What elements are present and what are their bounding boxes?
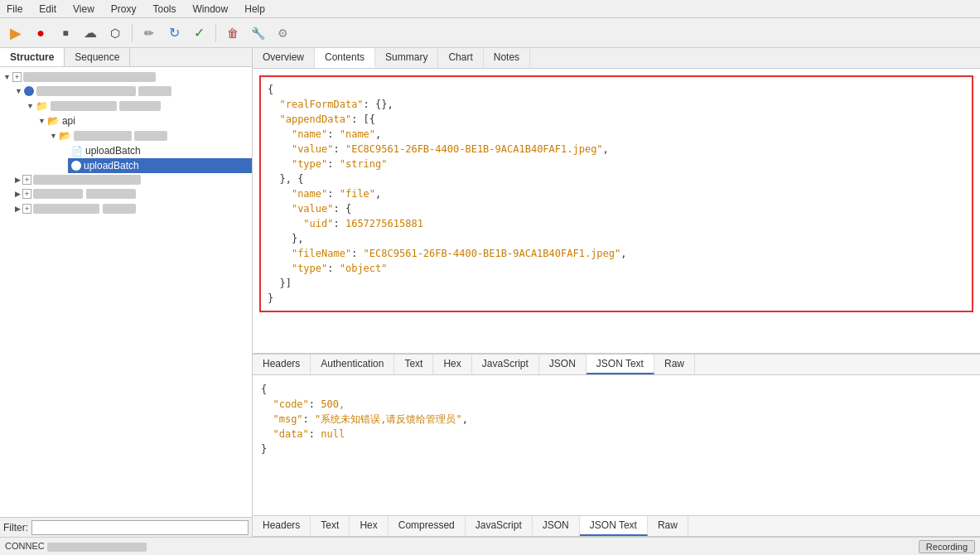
json-line: }, { bbox=[268, 171, 965, 186]
tree-label-blurred bbox=[33, 204, 99, 214]
tab-notes[interactable]: Notes bbox=[484, 48, 530, 68]
menubar: File Edit View Proxy Tools Window Help bbox=[0, 0, 980, 18]
tab-sequence[interactable]: Sequence bbox=[65, 48, 130, 66]
status-blurred bbox=[47, 543, 147, 552]
tree-area: ▼ + ▼ ▼ 📁 bbox=[0, 67, 252, 517]
tab-javascript-req[interactable]: JavaScript bbox=[472, 355, 539, 374]
tab-contents[interactable]: Contents bbox=[315, 48, 375, 68]
circle-icon bbox=[71, 161, 81, 171]
menu-view[interactable]: View bbox=[70, 2, 98, 17]
tab-jsontext-res[interactable]: JSON Text bbox=[580, 516, 648, 536]
main-layout: Structure Sequence ▼ + ▼ bbox=[0, 48, 980, 537]
tree-label-blurred bbox=[36, 86, 136, 96]
json-line: "value": "EC8C9561-26FB-4400-BE1B-9ACA1B… bbox=[268, 142, 965, 157]
trash-button[interactable]: 🗑 bbox=[222, 22, 244, 44]
filter-input[interactable] bbox=[31, 520, 249, 535]
json-line: "appendData": [{ bbox=[268, 112, 965, 127]
expand-icon: ▶ bbox=[15, 176, 21, 184]
tab-text-req[interactable]: Text bbox=[394, 355, 433, 374]
tab-chart[interactable]: Chart bbox=[438, 48, 483, 68]
hex-button[interactable]: ⬡ bbox=[104, 22, 126, 44]
tab-javascript-res[interactable]: JavaScript bbox=[466, 516, 533, 536]
stop-button[interactable]: ■ bbox=[55, 22, 76, 44]
wrench-button[interactable]: 🔧 bbox=[247, 22, 268, 44]
plus-icon: + bbox=[12, 72, 22, 82]
tab-summary[interactable]: Summary bbox=[375, 48, 438, 68]
tree-label-blurred2 bbox=[119, 101, 161, 111]
menu-proxy[interactable]: Proxy bbox=[108, 2, 140, 17]
recording-badge: Recording bbox=[919, 540, 975, 553]
tab-text-res[interactable]: Text bbox=[311, 516, 350, 536]
request-content: { "realFormData": {}, "appendData": [{ "… bbox=[259, 75, 973, 312]
tab-headers-res[interactable]: Headers bbox=[253, 516, 311, 536]
menu-file[interactable]: File bbox=[3, 2, 26, 17]
tab-raw-req[interactable]: Raw bbox=[654, 355, 695, 374]
tab-authentication[interactable]: Authentication bbox=[311, 355, 394, 374]
response-content: { "code": 500, "msg": "系统未知错误,请反馈给管理员", … bbox=[253, 375, 980, 515]
tab-structure[interactable]: Structure bbox=[0, 48, 65, 66]
request-section: Overview Contents Summary Chart Notes { … bbox=[253, 48, 980, 355]
file-icon: 📄 bbox=[71, 146, 83, 157]
tree-label-blurred bbox=[74, 131, 132, 141]
expand-icon: ▼ bbox=[3, 73, 11, 81]
tree-item[interactable]: ▶ + bbox=[12, 201, 252, 216]
tab-overview[interactable]: Overview bbox=[253, 48, 315, 68]
json-line: }, bbox=[268, 231, 965, 246]
expand-icon: ▼ bbox=[38, 117, 46, 125]
json-line: "type": "object" bbox=[268, 261, 965, 276]
json-line: }] bbox=[268, 276, 965, 291]
tab-jsontext-req[interactable]: JSON Text bbox=[587, 355, 654, 374]
record-button[interactable]: ● bbox=[30, 22, 51, 44]
tab-hex-req[interactable]: Hex bbox=[433, 355, 471, 374]
json-line: "name": "file", bbox=[268, 186, 965, 201]
json-line: "msg": "系统未知错误,请反馈给管理员", bbox=[261, 412, 972, 427]
tab-hex-res[interactable]: Hex bbox=[350, 516, 388, 536]
tab-raw-res[interactable]: Raw bbox=[648, 516, 688, 536]
response-section: Headers Authentication Text Hex JavaScri… bbox=[253, 355, 980, 537]
right-panel: Overview Contents Summary Chart Notes { … bbox=[253, 48, 980, 537]
check-button[interactable]: ✓ bbox=[188, 22, 210, 44]
pen-button[interactable]: ✏ bbox=[138, 22, 160, 44]
tab-headers-req[interactable]: Headers bbox=[253, 355, 311, 374]
tree-label-blurred2 bbox=[134, 131, 167, 141]
start-button[interactable]: ▶ bbox=[5, 22, 27, 44]
tree-item-api[interactable]: ▼ 📂 api bbox=[35, 113, 252, 128]
tree-item[interactable]: ▼ + bbox=[0, 70, 252, 84]
tab-compressed[interactable]: Compressed bbox=[389, 516, 466, 536]
tree-label-blurred bbox=[51, 101, 117, 111]
menu-tools[interactable]: Tools bbox=[150, 2, 180, 17]
sep1 bbox=[132, 24, 133, 42]
folder-icon: 📂 bbox=[59, 130, 71, 142]
menu-window[interactable]: Window bbox=[190, 2, 232, 17]
json-line: "value": { bbox=[268, 201, 965, 216]
filter-label: Filter: bbox=[3, 522, 28, 533]
folder-icon: 📂 bbox=[47, 115, 60, 127]
menu-edit[interactable]: Edit bbox=[36, 2, 60, 17]
tab-json-req[interactable]: JSON bbox=[539, 355, 587, 374]
refresh-button[interactable]: ↻ bbox=[163, 22, 185, 44]
tree-label-blurred bbox=[33, 175, 141, 185]
tree-item[interactable]: ▼ bbox=[12, 84, 252, 99]
settings-button[interactable]: ⚙ bbox=[272, 22, 293, 44]
tree-item[interactable]: ▶ + bbox=[12, 173, 252, 186]
tree-label-blurred2 bbox=[103, 204, 136, 214]
statusbar: CONNEC Recording bbox=[0, 537, 980, 555]
expand-icon: ▼ bbox=[27, 102, 34, 110]
tab-json-res[interactable]: JSON bbox=[533, 516, 580, 536]
expand-icon: ▼ bbox=[50, 132, 57, 140]
expand-icon: ▶ bbox=[15, 205, 21, 213]
cloud-button[interactable]: ☁ bbox=[80, 22, 101, 44]
left-panel: Structure Sequence ▼ + ▼ bbox=[0, 48, 253, 537]
folder-icon: 📁 bbox=[36, 100, 48, 112]
tree-item-uploadbatch1[interactable]: 📄 uploadBatch bbox=[68, 143, 252, 158]
menu-help[interactable]: Help bbox=[241, 2, 268, 17]
tree-item[interactable]: ▼ 📂 bbox=[46, 128, 252, 143]
expand-icon: ▶ bbox=[15, 190, 21, 198]
tree-item[interactable]: ▼ 📁 bbox=[23, 99, 252, 113]
tree-label-blurred2 bbox=[138, 86, 171, 96]
toolbar: ▶ ● ■ ☁ ⬡ ✏ ↻ ✓ 🗑 🔧 ⚙ bbox=[0, 18, 980, 48]
left-tabs: Structure Sequence bbox=[0, 48, 252, 67]
tree-item[interactable]: ▶ + bbox=[12, 186, 252, 201]
tree-item-uploadbatch2[interactable]: uploadBatch bbox=[68, 158, 252, 173]
sep2 bbox=[215, 24, 216, 42]
